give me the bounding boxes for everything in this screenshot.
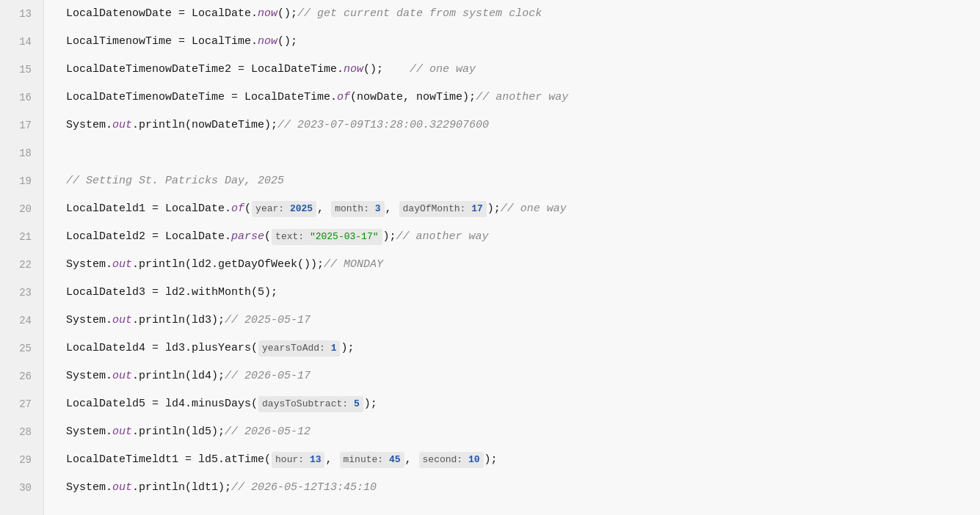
token: nowDateTime2 = LocalDateTime. <box>152 56 344 84</box>
token: , <box>325 446 338 474</box>
token: // 2026-05-12T13:45:10 <box>231 474 377 502</box>
token: ); <box>383 223 396 251</box>
token: LocalDateTime <box>66 446 152 474</box>
token: (); <box>277 0 297 28</box>
token: ld1 = LocalDate. <box>126 195 231 223</box>
token: nowDate = LocalDate. <box>126 0 258 28</box>
token: (nowDate, nowTime); <box>350 84 476 112</box>
token: , <box>385 195 399 223</box>
token: // another way <box>396 223 489 251</box>
line-num-18: 18 <box>0 139 32 167</box>
code-line-29: LocalDateTime ldt1 = ld5.atTime( hour: 1… <box>66 446 980 474</box>
token: .println(ld2.getDayOfWeek()); <box>132 251 324 279</box>
line-num-19: 19 <box>0 167 32 195</box>
token: // MONDAY <box>324 251 383 279</box>
token: ); <box>364 390 377 418</box>
line-num-28: 28 <box>0 418 32 446</box>
code-line-17: System. out .println(nowDateTime); // 20… <box>66 112 980 139</box>
token: // get current date from system clock <box>297 0 542 28</box>
token: .println(ldt1); <box>132 474 231 502</box>
token: System. <box>66 474 112 502</box>
code-line-26: System. out .println(ld4); // 2026-05-17 <box>66 362 980 390</box>
hint-text: text: "2025-03-17" <box>272 229 382 245</box>
line-num-16: 16 <box>0 84 32 112</box>
token: // Setting St. Patricks Day, 2025 <box>66 167 284 195</box>
hint-years-to-add: yearsToAdd: 1 <box>258 340 340 357</box>
token: System. <box>66 362 112 390</box>
token: // 2023-07-09T13:28:00.322907600 <box>277 112 489 139</box>
token: , <box>405 446 418 474</box>
token: LocalDate <box>66 390 126 418</box>
token: System. <box>66 251 112 279</box>
token: ); <box>484 446 498 474</box>
code-line-21: LocalDate ld2 = LocalDate. parse ( text:… <box>66 223 980 251</box>
token: out <box>112 112 132 139</box>
code-line-15: LocalDateTime nowDateTime2 = LocalDateTi… <box>66 56 980 84</box>
code-line-14: LocalTime nowTime = LocalTime. now (); <box>66 28 980 56</box>
token: now <box>258 28 277 56</box>
token: ld4 = ld3.plusYears( <box>126 335 258 362</box>
hint-day: dayOfMonth: 17 <box>399 201 487 217</box>
line-num-21: 21 <box>0 223 32 251</box>
token: .println(nowDateTime); <box>132 112 277 139</box>
code-line-20: LocalDate ld1 = LocalDate. of ( year: 20… <box>66 195 980 223</box>
token: LocalDate <box>66 195 126 223</box>
token: ld5 = ld4.minusDays( <box>126 390 258 418</box>
token: out <box>112 418 132 446</box>
line-num-24: 24 <box>0 307 32 335</box>
code-editor: 13 14 15 16 17 18 19 20 21 22 23 24 25 2… <box>0 0 980 515</box>
token: ( <box>264 223 271 251</box>
line-num-23: 23 <box>0 279 32 307</box>
token: System. <box>66 307 112 335</box>
line-num-30: 30 <box>0 474 32 502</box>
token: // 2026-05-17 <box>225 362 311 390</box>
token: nowTime = LocalTime. <box>126 28 258 56</box>
token: out <box>112 251 132 279</box>
line-num-29: 29 <box>0 446 32 474</box>
code-line-27: LocalDate ld5 = ld4.minusDays( daysToSub… <box>66 390 980 418</box>
token: ( <box>244 195 251 223</box>
token: ld3 = ld2.withMonth(5); <box>126 279 277 307</box>
token: ); <box>341 335 354 362</box>
token: (); <box>277 28 297 56</box>
token: LocalDate <box>66 335 126 362</box>
token: LocalDateTime <box>66 56 152 84</box>
line-number-gutter: 13 14 15 16 17 18 19 20 21 22 23 24 25 2… <box>0 0 44 515</box>
code-line-25: LocalDate ld4 = ld3.plusYears( yearsToAd… <box>66 335 980 362</box>
token: now <box>258 0 277 28</box>
token: LocalDate <box>66 223 126 251</box>
token: // 2025-05-17 <box>225 307 311 335</box>
line-num-13: 13 <box>0 0 32 28</box>
line-num-25: 25 <box>0 335 32 362</box>
hint-month: month: 3 <box>331 201 384 217</box>
token: ldt1 = ld5.atTime( <box>152 446 271 474</box>
token: , <box>317 195 330 223</box>
line-num-17: 17 <box>0 112 32 139</box>
line-num-26: 26 <box>0 362 32 390</box>
code-line-18 <box>66 139 980 167</box>
hint-hour: hour: 13 <box>272 452 324 468</box>
token: out <box>112 307 132 335</box>
line-num-20: 20 <box>0 195 32 223</box>
token: LocalDate <box>66 0 126 28</box>
token: // one way <box>410 56 476 84</box>
line-num-22: 22 <box>0 251 32 279</box>
token: LocalDate <box>66 279 126 307</box>
token: nowDateTime = LocalDateTime. <box>152 84 337 112</box>
token: ld2 = LocalDate. <box>126 223 231 251</box>
code-line-13: LocalDate nowDate = LocalDate. now (); /… <box>66 0 980 28</box>
token: now <box>344 56 363 84</box>
token: // 2026-05-12 <box>225 418 311 446</box>
code-line-23: LocalDate ld3 = ld2.withMonth(5); <box>66 279 980 307</box>
token: // one way <box>501 195 567 223</box>
token: of <box>231 195 244 223</box>
code-line-30: System. out .println(ldt1); // 2026-05-1… <box>66 474 980 502</box>
token: .println(ld3); <box>132 307 225 335</box>
line-num-14: 14 <box>0 28 32 56</box>
code-line-24: System. out .println(ld3); // 2025-05-17 <box>66 307 980 335</box>
token: (); <box>363 56 410 84</box>
token: out <box>112 474 132 502</box>
token: LocalDateTime <box>66 84 152 112</box>
code-line-19: // Setting St. Patricks Day, 2025 <box>66 167 980 195</box>
code-line-16: LocalDateTime nowDateTime = LocalDateTim… <box>66 84 980 112</box>
